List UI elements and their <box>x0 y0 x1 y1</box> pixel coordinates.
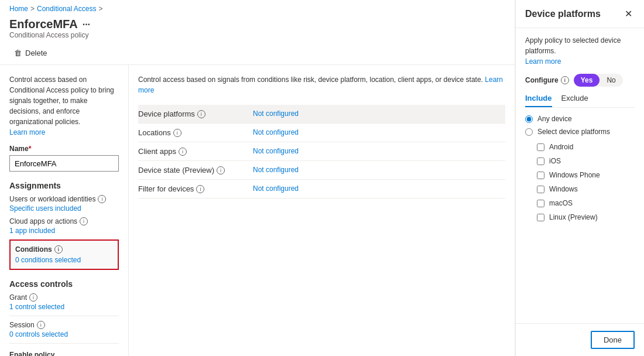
grant-info-icon[interactable]: i <box>29 293 37 302</box>
configure-label: Configure i <box>525 76 569 84</box>
platform-checkbox-item[interactable]: iOS <box>537 157 635 165</box>
breadcrumb-sep1: > <box>30 5 35 13</box>
side-panel-body: Apply policy to selected device platform… <box>516 28 644 323</box>
grant-value[interactable]: 1 control selected <box>9 303 119 311</box>
session-divider <box>9 343 119 344</box>
right-description: Control access based on signals from con… <box>138 74 505 95</box>
toolbar: 🗑 Delete <box>0 44 515 64</box>
condition-status[interactable]: Not configured <box>253 184 299 193</box>
breadcrumb-home[interactable]: Home <box>9 5 28 13</box>
left-panel: Control access based on Conditional Acce… <box>0 65 129 356</box>
side-panel-title: Device platforms <box>525 9 601 19</box>
breadcrumb: Home > Conditional Access > <box>0 0 515 18</box>
left-learn-more[interactable]: Learn more <box>9 128 45 136</box>
platform-checkbox-item[interactable]: Windows <box>537 185 635 193</box>
cloud-assignment: Cloud apps or actions i 1 app included <box>9 217 119 235</box>
platform-checkbox-item[interactable]: Linux (Preview) <box>537 213 635 221</box>
condition-status[interactable]: Not configured <box>253 147 299 155</box>
condition-row[interactable]: Client apps i Not configured <box>138 142 505 161</box>
right-panel: Control access based on signals from con… <box>129 65 515 356</box>
condition-name: Client apps i <box>138 147 244 156</box>
breadcrumb-conditional-access[interactable]: Conditional Access <box>37 5 96 13</box>
users-info-icon[interactable]: i <box>98 195 106 203</box>
platform-checkbox-item[interactable]: Android <box>537 143 635 151</box>
delete-icon: 🗑 <box>14 49 22 57</box>
left-description: Control access based on Conditional Acce… <box>9 74 119 138</box>
radio-group: Any device Select device platforms <box>525 115 635 136</box>
side-panel-description: Apply policy to selected device platform… <box>525 35 635 67</box>
tab-exclude[interactable]: Exclude <box>561 94 588 107</box>
more-options-icon[interactable]: ··· <box>83 19 90 30</box>
cloud-info-icon[interactable]: i <box>80 217 88 225</box>
page-title-text: EnforceMFA <box>9 18 78 31</box>
name-label: Name* <box>9 145 119 153</box>
condition-info-icon[interactable]: i <box>197 110 205 118</box>
assignments-title: Assignments <box>9 181 119 190</box>
platform-checkboxes: AndroidiOSWindows PhoneWindowsmacOSLinux… <box>537 143 635 221</box>
include-exclude-tabs: Include Exclude <box>525 94 635 108</box>
condition-row[interactable]: Locations i Not configured <box>138 124 505 142</box>
condition-info-icon[interactable]: i <box>217 166 225 174</box>
delete-button[interactable]: 🗑 Delete <box>9 46 52 60</box>
users-value[interactable]: Specific users included <box>9 204 119 213</box>
breadcrumb-sep2: > <box>98 5 102 13</box>
page-header: EnforceMFA ··· Conditional Access policy <box>0 18 515 44</box>
cloud-value[interactable]: 1 app included <box>9 227 119 235</box>
conditions-box[interactable]: Conditions i 0 conditions selected <box>9 239 119 270</box>
radio-any-device[interactable]: Any device <box>525 115 635 123</box>
condition-info-icon[interactable]: i <box>173 129 181 137</box>
close-button[interactable]: ✕ <box>622 7 635 20</box>
side-panel-learn-more[interactable]: Learn more <box>525 57 561 66</box>
condition-status[interactable]: Not configured <box>253 109 299 118</box>
name-input[interactable] <box>9 155 119 172</box>
side-panel-header: Device platforms ✕ <box>516 0 644 28</box>
conditions-list: Device platforms i Not configured Locati… <box>138 105 505 198</box>
configure-info-icon[interactable]: i <box>561 76 569 84</box>
condition-status[interactable]: Not configured <box>253 166 299 174</box>
page-subtitle: Conditional Access policy <box>9 31 505 39</box>
platform-checkbox-item[interactable]: macOS <box>537 199 635 207</box>
session-info-icon[interactable]: i <box>37 321 45 329</box>
condition-row[interactable]: Device state (Preview) i Not configured <box>138 161 505 180</box>
condition-name: Locations i <box>138 128 244 137</box>
enable-policy-title: Enable policy <box>9 351 119 356</box>
condition-info-icon[interactable]: i <box>179 148 187 156</box>
toggle-no[interactable]: No <box>600 74 622 87</box>
toggle-yes[interactable]: Yes <box>574 74 600 87</box>
session-value[interactable]: 0 controls selected <box>9 330 119 338</box>
configure-toggle[interactable]: Yes No <box>574 74 623 87</box>
conditions-info-icon[interactable]: i <box>54 245 63 254</box>
content-body: Control access based on Conditional Acce… <box>0 65 515 356</box>
condition-name: Device platforms i <box>138 109 244 118</box>
condition-info-icon[interactable]: i <box>196 185 204 193</box>
users-assignment: Users or workload identities i Specific … <box>9 195 119 213</box>
side-panel: Device platforms ✕ Apply policy to selec… <box>515 0 644 356</box>
radio-select-platforms[interactable]: Select device platforms <box>525 128 635 136</box>
condition-name: Filter for devices i <box>138 184 244 193</box>
configure-row: Configure i Yes No <box>525 74 635 87</box>
name-required: * <box>29 145 32 153</box>
tab-include[interactable]: Include <box>525 94 552 107</box>
condition-row[interactable]: Filter for devices i Not configured <box>138 180 505 198</box>
side-panel-footer: Done <box>516 323 644 356</box>
access-divider <box>9 316 119 316</box>
session-item: Session i 0 controls selected <box>9 321 119 338</box>
delete-label: Delete <box>25 49 47 57</box>
grant-item: Grant i 1 control selected <box>9 293 119 311</box>
condition-name: Device state (Preview) i <box>138 166 244 174</box>
platform-checkbox-item[interactable]: Windows Phone <box>537 171 635 179</box>
done-button[interactable]: Done <box>591 331 635 349</box>
condition-row[interactable]: Device platforms i Not configured <box>138 105 505 124</box>
condition-status[interactable]: Not configured <box>253 128 299 136</box>
conditions-value: 0 conditions selected <box>15 256 113 264</box>
access-controls-title: Access controls <box>9 279 119 289</box>
